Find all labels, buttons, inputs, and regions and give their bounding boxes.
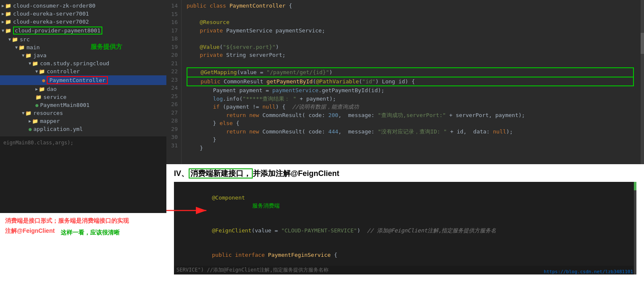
tree-label: java bbox=[33, 52, 46, 59]
section-title: IV、消费端新建接口，并添加注解@FeignClient bbox=[174, 168, 636, 178]
code-line-21 bbox=[187, 59, 636, 68]
code-line-17: private PaymentService paymentService; bbox=[187, 27, 636, 35]
scrollbar-thumb[interactable] bbox=[641, 33, 644, 54]
tree-item-appyml[interactable]: ● application.yml bbox=[0, 125, 166, 133]
section-title-suffix: 并添加注解@FeignClient bbox=[253, 169, 339, 178]
tree-label: main bbox=[27, 44, 40, 51]
arrow-icon: ▶ bbox=[29, 119, 31, 123]
folder-icon: 📁 bbox=[5, 11, 11, 17]
java-icon: ● bbox=[42, 77, 45, 83]
arrow-icon: ▼ bbox=[29, 61, 31, 66]
service-provider-label: 服务提供方 bbox=[91, 43, 122, 51]
tree-label: cloud-provider-payment8001 bbox=[13, 27, 102, 35]
arrow-icon: ▼ bbox=[35, 69, 38, 74]
tree-label: dao bbox=[47, 86, 56, 92]
code-editor: 14 15 16 17 18 19 20 21 22 23 24 25 26 2… bbox=[166, 0, 644, 164]
main-container: ▶ 📁 cloud-consumer-zk-order80 ▶ 📁 cloud-… bbox=[0, 0, 644, 293]
left-panel: ▶ 📁 cloud-consumer-zk-order80 ▶ 📁 cloud-… bbox=[0, 0, 166, 293]
folder-icon: 📁 bbox=[32, 118, 38, 124]
tree-item-service[interactable]: 📁 service bbox=[0, 93, 166, 101]
tree-item-dao[interactable]: ▶ 📁 dao bbox=[0, 85, 166, 93]
tree-item-java[interactable]: ▼ 📁 java bbox=[0, 51, 166, 59]
tree-label: mapper bbox=[40, 118, 60, 124]
arrow-icon: ▶ bbox=[2, 3, 4, 8]
code-line-18 bbox=[187, 35, 636, 43]
url-label: https://blog.csdn.net/lzb3481101 bbox=[544, 269, 633, 274]
tree-item-mapper[interactable]: ▶ 📁 mapper bbox=[0, 117, 166, 125]
tree-item-main[interactable]: ▼ 📁 main bbox=[0, 43, 166, 51]
annotation-line2: 注解@FeignClient bbox=[5, 227, 55, 235]
code-line-30: } bbox=[187, 136, 636, 144]
annotation-line3: 这样一看，应该很清晰 bbox=[61, 229, 120, 237]
code-line-31: } bbox=[187, 144, 636, 152]
file-tree: ▶ 📁 cloud-consumer-zk-order80 ▶ 📁 cloud-… bbox=[0, 0, 166, 135]
code-line-29: return new CommonResult( code: 444, mess… bbox=[187, 128, 636, 136]
code-line-24: Payment payment = paymentService.getPaym… bbox=[187, 86, 636, 95]
tree-item-controller[interactable]: ▼ 📁 controller bbox=[0, 67, 166, 75]
folder-icon: 📁 bbox=[39, 86, 45, 92]
tree-item-resources[interactable]: ▼ 📁 resources bbox=[0, 109, 166, 117]
tree-item-src[interactable]: ▼ 📁 src bbox=[0, 35, 166, 43]
code-line-28: } else { bbox=[187, 119, 636, 128]
annotation-area: 消费端是接口形式；服务端是消费端接口的实现 注解@FeignClient 这样一… bbox=[0, 213, 166, 293]
code-line-14: public class PaymentController { bbox=[187, 2, 636, 10]
section-title-boxed: 消费端新建接口， bbox=[189, 168, 253, 178]
tree-label: application.yml bbox=[33, 126, 83, 132]
bcode-line-2: @FeignClient(value = "CLOUD-PAYMENT-SERV… bbox=[179, 218, 631, 243]
arrow-icon: ▶ bbox=[35, 87, 38, 91]
arrow-icon: ▼ bbox=[22, 111, 24, 115]
code-line-20: private String serverPort; bbox=[187, 51, 636, 59]
tree-item-eureka7002[interactable]: ▶ 📁 cloud-eureka-server7002 bbox=[0, 18, 166, 26]
tree-label: PaymentMain8001 bbox=[40, 102, 89, 108]
tree-item-payment8001[interactable]: ▼ 📁 cloud-provider-payment8001 bbox=[0, 26, 166, 35]
arrow-icon: ▼ bbox=[8, 37, 11, 42]
tree-label: src bbox=[20, 36, 29, 43]
code-line-26: if (payment != null) { //说明有数据，能查询成功 bbox=[187, 103, 636, 111]
tree-label: cloud-eureka-server7001 bbox=[13, 11, 89, 17]
arrow-icon: ▼ bbox=[22, 53, 24, 58]
tree-label: cloud-eureka-server7002 bbox=[13, 19, 89, 25]
code-line-16: @Resource bbox=[187, 18, 636, 27]
line-numbers: 14 15 16 17 18 19 20 21 22 23 24 25 26 2… bbox=[166, 0, 182, 164]
bcode-line-1: @Component 服务消费端 bbox=[179, 185, 631, 218]
code-line-19: @Value("${server.port}") bbox=[187, 43, 636, 51]
folder-icon: 📁 bbox=[19, 45, 25, 51]
folder-icon: 📁 bbox=[5, 3, 11, 9]
folder-icon: 📁 bbox=[5, 19, 11, 25]
tree-item-payment-controller[interactable]: ● PaymentController bbox=[0, 75, 166, 85]
arrow-icon: ▼ bbox=[15, 45, 18, 50]
tree-item-springcloud[interactable]: ▼ 📁 com.study.springcloud bbox=[0, 59, 166, 67]
folder-icon: 📁 bbox=[25, 110, 32, 116]
code-line-27: return new CommonResult( code: 200, mess… bbox=[187, 111, 636, 120]
right-scrollbar-thumb[interactable] bbox=[634, 182, 636, 190]
tree-item-eureka7001[interactable]: ▶ 📁 cloud-eureka-server7001 bbox=[0, 10, 166, 18]
tree-label: cloud-consumer-zk-order80 bbox=[13, 3, 96, 9]
java-icon: ● bbox=[35, 102, 38, 108]
right-scrollbar[interactable] bbox=[634, 182, 636, 274]
scrollbar-track[interactable] bbox=[641, 0, 644, 164]
right-panel: 14 15 16 17 18 19 20 21 22 23 24 25 26 2… bbox=[166, 0, 644, 293]
tree-label: controller bbox=[47, 68, 80, 75]
code-line-25: log.info("*****查询结果： " + payment); bbox=[187, 95, 636, 103]
code-line-15 bbox=[187, 10, 636, 19]
code-line-22: @GetMapping(value = "/payment/get/{id}") bbox=[187, 67, 634, 77]
code-line-23: public CommonResult getPaymentById(@Path… bbox=[187, 77, 634, 87]
folder-icon: 📁 bbox=[39, 69, 45, 75]
tree-label: PaymentController bbox=[47, 76, 108, 84]
tree-label: service bbox=[43, 94, 67, 100]
tree-label: com.study.springcloud bbox=[40, 60, 109, 67]
bcode-line-3: public interface PaymentFeginService { bbox=[179, 243, 631, 268]
arrow-icon: ▶ bbox=[2, 19, 4, 24]
tree-item-paymentmain[interactable]: ● PaymentMain8001 bbox=[0, 101, 166, 109]
folder-icon: 📁 bbox=[32, 61, 38, 67]
folder-icon: 📁 bbox=[5, 28, 11, 34]
annotation-line1: 消费端是接口形式；服务端是消费端接口的实现 bbox=[5, 217, 161, 225]
code-content: public class PaymentController { @Resour… bbox=[182, 0, 641, 164]
tree-label: resources bbox=[33, 110, 63, 116]
folder-icon: 📁 bbox=[25, 53, 32, 59]
folder-icon: 📁 bbox=[12, 37, 18, 43]
tree-item-cloud-consumer[interactable]: ▶ 📁 cloud-consumer-zk-order80 bbox=[0, 2, 166, 10]
bottom-content-area: IV、消费端新建接口，并添加注解@FeignClient @Component … bbox=[166, 164, 644, 293]
section-roman: IV bbox=[174, 169, 181, 178]
bottom-code-line: eignMain80.class,args); bbox=[3, 139, 163, 146]
